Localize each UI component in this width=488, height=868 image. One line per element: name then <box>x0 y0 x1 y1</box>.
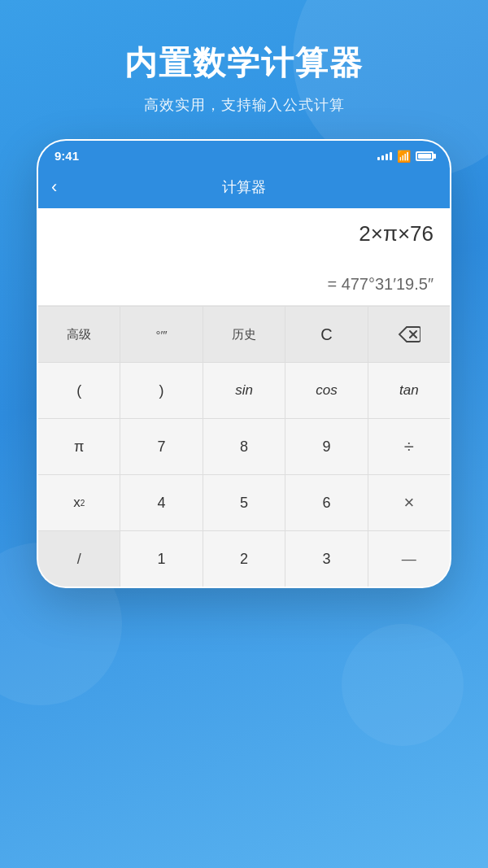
key-row-1: 高级 °′″ 历史 C <box>38 306 450 362</box>
app-title: 计算器 <box>222 177 266 197</box>
key-1[interactable]: 1 <box>120 531 203 587</box>
status-icons: 📶 <box>377 150 434 163</box>
main-title: 内置数学计算器 <box>16 41 472 85</box>
key-pi[interactable]: π <box>38 419 120 474</box>
phone-mockup: 9:41 📶 ‹ 计算器 2×π×76 = 477°31′19.5″ <box>37 139 451 588</box>
signal-icon <box>377 152 392 160</box>
key-clear[interactable]: C <box>285 307 368 362</box>
key-row-3: π 7 8 9 ÷ <box>38 418 450 474</box>
input-expression: 2×π×76 <box>51 221 437 246</box>
key-7[interactable]: 7 <box>120 419 203 474</box>
status-bar: 9:41 📶 <box>38 141 450 169</box>
back-button[interactable]: ‹ <box>51 177 57 198</box>
display-area: 2×π×76 = 477°31′19.5″ <box>38 208 450 306</box>
key-9[interactable]: 9 <box>285 419 368 474</box>
key-square[interactable]: x2 <box>38 475 120 530</box>
key-close-paren[interactable]: ) <box>120 363 203 418</box>
key-sin[interactable]: sin <box>203 363 285 418</box>
key-open-paren[interactable]: ( <box>38 363 120 418</box>
key-tan[interactable]: tan <box>368 363 450 418</box>
phone-container: 9:41 📶 ‹ 计算器 2×π×76 = 477°31′19.5″ <box>0 139 488 588</box>
key-backspace[interactable] <box>368 307 450 362</box>
key-divide[interactable]: ÷ <box>368 419 450 474</box>
backspace-icon <box>398 325 420 343</box>
key-multiply[interactable]: × <box>368 475 450 530</box>
sub-title: 高效实用，支持输入公式计算 <box>16 95 472 115</box>
key-row-2: ( ) sin cos tan <box>38 362 450 418</box>
header-section: 内置数学计算器 高效实用，支持输入公式计算 <box>0 0 488 139</box>
result-expression: = 477°31′19.5″ <box>51 275 437 294</box>
battery-icon <box>416 151 434 161</box>
key-5[interactable]: 5 <box>203 475 285 530</box>
key-minus[interactable]: — <box>368 531 450 587</box>
app-titlebar: ‹ 计算器 <box>38 169 450 208</box>
wifi-icon: 📶 <box>397 150 411 163</box>
key-2[interactable]: 2 <box>203 531 285 587</box>
key-row-4: x2 4 5 6 × <box>38 474 450 530</box>
key-6[interactable]: 6 <box>285 475 368 530</box>
key-3[interactable]: 3 <box>285 531 368 587</box>
key-4[interactable]: 4 <box>120 475 203 530</box>
status-time: 9:41 <box>54 149 79 163</box>
key-fraction[interactable]: / <box>38 531 120 587</box>
key-history[interactable]: 历史 <box>203 307 285 362</box>
key-advanced[interactable]: 高级 <box>38 307 120 362</box>
key-row-5: / 1 2 3 — <box>38 530 450 587</box>
key-cos[interactable]: cos <box>285 363 368 418</box>
key-degree[interactable]: °′″ <box>120 307 203 362</box>
key-8[interactable]: 8 <box>203 419 285 474</box>
calculator-keyboard: 高级 °′″ 历史 C ( ) sin <box>38 306 450 587</box>
